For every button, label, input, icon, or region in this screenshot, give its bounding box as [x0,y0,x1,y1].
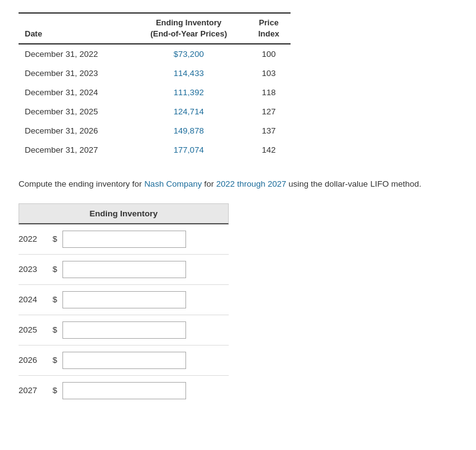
ending-inventory-input-2027[interactable] [62,382,186,399]
year-label: 2022 [19,234,53,244]
date-cell: December 31, 2022 [19,44,130,64]
date-cell: December 31, 2027 [19,140,130,159]
dollar-sign: $ [53,325,60,334]
table-row: December 31, 2022$73,200100 [19,44,291,64]
year-label: 2023 [19,265,53,274]
ending-inventory-input-2024[interactable] [62,291,186,308]
price-index-header: Price Index [247,13,291,44]
table-row: December 31, 2026149,878137 [19,121,291,140]
input-row: 2022$ [19,224,229,255]
instruction-text: Compute the ending inventory for Nash Co… [19,178,457,190]
input-row: 2023$ [19,255,229,285]
input-row: 2024$ [19,285,229,315]
inventory-cell: 111,392 [130,83,247,102]
year-label: 2026 [19,355,53,365]
dollar-sign: $ [53,234,60,244]
table-row: December 31, 2025124,714127 [19,102,291,121]
year-label: 2024 [19,295,53,304]
date-cell: December 31, 2024 [19,83,130,102]
input-row: 2026$ [19,346,229,376]
ending-inventory-input-2022[interactable] [62,231,186,248]
dollar-sign: $ [53,355,60,365]
ending-inventory-input-2026[interactable] [62,352,186,369]
dollar-sign: $ [53,386,60,395]
table-row: December 31, 2024111,392118 [19,83,291,102]
input-section: Ending Inventory 2022$2023$2024$2025$202… [19,203,229,405]
date-cell: December 31, 2025 [19,102,130,121]
table-row: December 31, 2023114,433103 [19,64,291,83]
date-cell: December 31, 2026 [19,121,130,140]
table-row: December 31, 2027177,074142 [19,140,291,159]
inventory-cell: 149,878 [130,121,247,140]
inventory-cell: 114,433 [130,64,247,83]
price-cell: 142 [247,140,291,159]
price-cell: 127 [247,102,291,121]
year-label: 2025 [19,325,53,334]
inventory-cell: 124,714 [130,102,247,121]
inventory-header: Ending Inventory (End-of-Year Prices) [130,13,247,44]
dollar-sign: $ [53,295,60,304]
price-cell: 118 [247,83,291,102]
date-cell: December 31, 2023 [19,64,130,83]
dollar-sign: $ [53,265,60,274]
year-label: 2027 [19,386,53,395]
date-header: Date [19,13,130,44]
input-section-header: Ending Inventory [19,203,229,224]
inventory-cell: 177,074 [130,140,247,159]
price-cell: 100 [247,44,291,64]
input-row: 2025$ [19,315,229,346]
ending-inventory-input-2025[interactable] [62,321,186,339]
input-row: 2027$ [19,376,229,405]
data-table: Date Ending Inventory (End-of-Year Price… [19,12,291,159]
ending-inventory-input-2023[interactable] [62,261,186,278]
inventory-cell: $73,200 [130,44,247,64]
price-cell: 103 [247,64,291,83]
price-cell: 137 [247,121,291,140]
